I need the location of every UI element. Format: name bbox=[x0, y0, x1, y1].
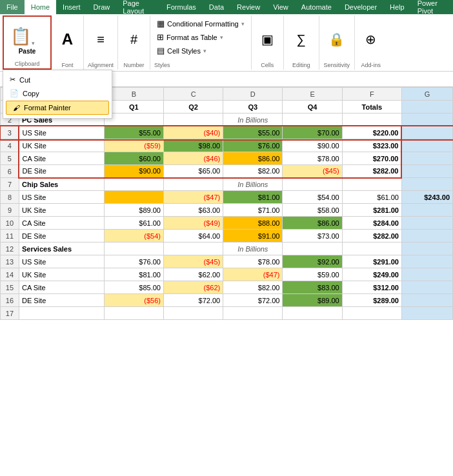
cell-b3[interactable]: $55.00 bbox=[104, 126, 163, 139]
cell-c14[interactable]: $62.00 bbox=[163, 268, 223, 281]
tab-view[interactable]: View bbox=[267, 0, 295, 14]
tab-review[interactable]: Review bbox=[230, 0, 267, 14]
tab-automate[interactable]: Automate bbox=[295, 0, 338, 14]
cell-e14[interactable]: $59.00 bbox=[283, 268, 342, 281]
formula-input[interactable] bbox=[61, 75, 450, 83]
cell-f13[interactable]: $291.00 bbox=[342, 255, 401, 268]
cell-c1[interactable]: Q2 bbox=[163, 101, 223, 114]
cell-b8[interactable] bbox=[104, 191, 163, 204]
cell-g6[interactable] bbox=[401, 165, 452, 178]
tab-help[interactable]: Help bbox=[383, 0, 411, 14]
cell-c12[interactable] bbox=[163, 243, 223, 255]
cell-d3[interactable]: $55.00 bbox=[223, 126, 283, 139]
cell-e5[interactable]: $78.00 bbox=[283, 152, 342, 165]
cell-c2[interactable] bbox=[163, 114, 223, 126]
cell-g1[interactable] bbox=[401, 101, 452, 114]
col-header-e[interactable]: E bbox=[283, 88, 342, 101]
tab-developer[interactable]: Developer bbox=[338, 0, 383, 14]
conditional-formatting-button[interactable]: ▦ Conditional Formatting ▾ bbox=[154, 17, 247, 30]
cell-d13[interactable]: $78.00 bbox=[223, 255, 283, 268]
tab-powerpivot[interactable]: Power Pivot bbox=[411, 0, 453, 14]
cell-c17[interactable] bbox=[163, 307, 223, 320]
cell-g15[interactable] bbox=[401, 281, 452, 294]
col-header-f[interactable]: F bbox=[342, 88, 401, 101]
tab-insert[interactable]: Insert bbox=[56, 0, 87, 14]
cell-g8[interactable]: $243.00 bbox=[401, 191, 452, 204]
cell-b17[interactable] bbox=[104, 307, 163, 320]
cell-d5[interactable]: $86.00 bbox=[223, 152, 283, 165]
paste-button[interactable]: 📋 ▾ bbox=[8, 24, 46, 46]
cell-e8[interactable]: $54.00 bbox=[283, 191, 342, 204]
cell-d17[interactable] bbox=[223, 307, 283, 320]
col-header-g[interactable]: G bbox=[401, 88, 452, 101]
cell-a5[interactable]: CA Site bbox=[19, 152, 104, 165]
cell-f3[interactable]: $220.00 bbox=[342, 126, 401, 139]
cell-a14[interactable]: UK Site bbox=[19, 268, 104, 281]
cell-e12[interactable] bbox=[283, 243, 342, 255]
cell-e9[interactable]: $58.00 bbox=[283, 204, 342, 217]
cell-b6[interactable]: $90.00 bbox=[104, 165, 163, 178]
cell-a6[interactable]: DE Site bbox=[19, 165, 104, 178]
col-header-c[interactable]: C bbox=[163, 88, 223, 101]
cell-c6[interactable]: $65.00 bbox=[163, 165, 223, 178]
cell-f12[interactable] bbox=[342, 243, 401, 255]
tab-pagelayout[interactable]: Page Layout bbox=[116, 0, 160, 14]
cell-g10[interactable] bbox=[401, 217, 452, 230]
cell-b7[interactable] bbox=[104, 178, 163, 191]
tab-draw[interactable]: Draw bbox=[87, 0, 117, 14]
col-header-b[interactable]: B bbox=[104, 88, 163, 101]
cell-f11[interactable]: $282.00 bbox=[342, 230, 401, 243]
cell-a3[interactable]: US Site bbox=[19, 126, 104, 139]
cell-a16[interactable]: DE Site bbox=[19, 294, 104, 307]
cell-d15[interactable]: $82.00 bbox=[223, 281, 283, 294]
cell-c9[interactable]: $63.00 bbox=[163, 204, 223, 217]
cell-b12[interactable] bbox=[104, 243, 163, 255]
cell-b4[interactable]: ($59) bbox=[104, 139, 163, 152]
cell-g4[interactable] bbox=[401, 139, 452, 152]
cell-b1[interactable]: Q1 bbox=[104, 101, 163, 114]
cell-c10[interactable]: ($49) bbox=[163, 217, 223, 230]
cell-a15[interactable]: CA Site bbox=[19, 281, 104, 294]
cell-g2[interactable] bbox=[401, 114, 452, 126]
cell-g3[interactable] bbox=[401, 126, 452, 139]
cell-a12[interactable]: Services Sales bbox=[19, 243, 104, 255]
cell-b14[interactable]: $81.00 bbox=[104, 268, 163, 281]
cell-a10[interactable]: CA Site bbox=[19, 217, 104, 230]
cell-g9[interactable] bbox=[401, 204, 452, 217]
cell-g7[interactable] bbox=[401, 178, 452, 191]
cell-b13[interactable]: $76.00 bbox=[104, 255, 163, 268]
cell-e10[interactable]: $86.00 bbox=[283, 217, 342, 230]
cell-e1[interactable]: Q4 bbox=[283, 101, 342, 114]
cell-a8[interactable]: US Site bbox=[19, 191, 104, 204]
cell-g14[interactable] bbox=[401, 268, 452, 281]
cell-d9[interactable]: $71.00 bbox=[223, 204, 283, 217]
cell-a17[interactable] bbox=[19, 307, 104, 320]
cell-f2[interactable] bbox=[342, 114, 401, 126]
cell-f8[interactable]: $61.00 bbox=[342, 191, 401, 204]
cell-e11[interactable]: $73.00 bbox=[283, 230, 342, 243]
cell-d14[interactable]: ($47) bbox=[223, 268, 283, 281]
cell-d2[interactable]: In Billions bbox=[223, 114, 283, 126]
cell-b16[interactable]: ($56) bbox=[104, 294, 163, 307]
cell-c15[interactable]: ($62) bbox=[163, 281, 223, 294]
cell-e15[interactable]: $83.00 bbox=[283, 281, 342, 294]
cell-e4[interactable]: $90.00 bbox=[283, 139, 342, 152]
cell-f9[interactable]: $281.00 bbox=[342, 204, 401, 217]
cell-d10[interactable]: $88.00 bbox=[223, 217, 283, 230]
cell-c5[interactable]: ($46) bbox=[163, 152, 223, 165]
cell-g17[interactable] bbox=[401, 307, 452, 320]
cell-g13[interactable] bbox=[401, 255, 452, 268]
cell-g11[interactable] bbox=[401, 230, 452, 243]
cell-g12[interactable] bbox=[401, 243, 452, 255]
cell-b9[interactable]: $89.00 bbox=[104, 204, 163, 217]
col-header-d[interactable]: D bbox=[223, 88, 283, 101]
cell-g5[interactable] bbox=[401, 152, 452, 165]
cell-f17[interactable] bbox=[342, 307, 401, 320]
cell-f10[interactable]: $284.00 bbox=[342, 217, 401, 230]
cell-f6[interactable]: $282.00 bbox=[342, 165, 401, 178]
cell-e13[interactable]: $92.00 bbox=[283, 255, 342, 268]
cell-f5[interactable]: $270.00 bbox=[342, 152, 401, 165]
cell-c7[interactable] bbox=[163, 178, 223, 191]
tab-data[interactable]: Data bbox=[203, 0, 230, 14]
cell-c16[interactable]: $72.00 bbox=[163, 294, 223, 307]
